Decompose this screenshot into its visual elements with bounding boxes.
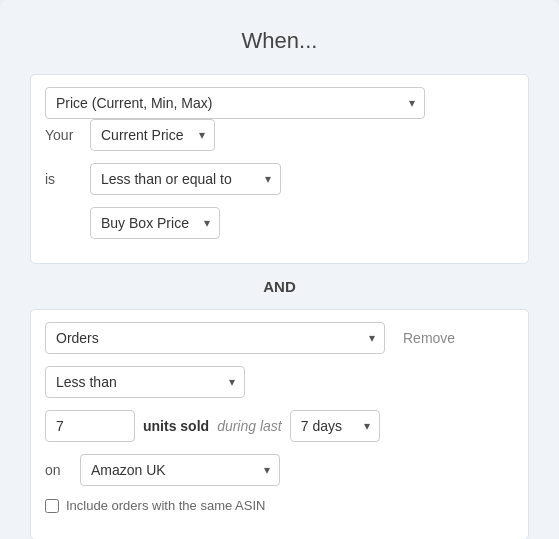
- is-row: is Less than or equal to Less than Great…: [45, 163, 514, 195]
- lessthan-dropdown[interactable]: Less than Greater than Equal to: [45, 366, 245, 398]
- your-row: Your Current Price Min Price Max Price: [45, 119, 514, 151]
- main-condition-block: Price (Current, Min, Max) Orders Sales R…: [30, 74, 529, 264]
- orders-block: Orders Sales Rank Price (Current, Min, M…: [30, 309, 529, 539]
- page-title: When...: [30, 28, 529, 54]
- days-wrapper[interactable]: 7 days 14 days 30 days 60 days 90 days: [290, 410, 380, 442]
- is-label: is: [45, 171, 90, 187]
- orders-row: Orders Sales Rank Price (Current, Min, M…: [45, 322, 514, 354]
- same-asin-checkbox[interactable]: [45, 499, 59, 513]
- on-label: on: [45, 462, 80, 478]
- lessthan-row: Less than Greater than Equal to: [45, 366, 514, 398]
- main-dropdown-wrapper[interactable]: Price (Current, Min, Max) Orders Sales R…: [45, 87, 425, 119]
- units-input[interactable]: [45, 410, 135, 442]
- on-row: on Amazon UK Amazon US Amazon DE Amazon …: [45, 454, 514, 486]
- units-label: units sold: [143, 418, 209, 434]
- condition-wrapper[interactable]: Less than or equal to Less than Greater …: [90, 163, 281, 195]
- units-row: units sold during last 7 days 14 days 30…: [45, 410, 514, 442]
- compare-dropdown[interactable]: Buy Box Price Min Price Max Price Curren…: [90, 207, 220, 239]
- days-dropdown[interactable]: 7 days 14 days 30 days 60 days 90 days: [290, 410, 380, 442]
- current-price-dropdown[interactable]: Current Price Min Price Max Price: [90, 119, 215, 151]
- orders-dropdown-wrapper[interactable]: Orders Sales Rank Price (Current, Min, M…: [45, 322, 385, 354]
- lessthan-wrapper[interactable]: Less than Greater than Equal to: [45, 366, 245, 398]
- compare-row: Buy Box Price Min Price Max Price Curren…: [45, 207, 514, 239]
- condition-dropdown[interactable]: Less than or equal to Less than Greater …: [90, 163, 281, 195]
- amazon-wrapper[interactable]: Amazon UK Amazon US Amazon DE Amazon FR …: [80, 454, 280, 486]
- your-label: Your: [45, 127, 90, 143]
- during-label: during last: [217, 418, 282, 434]
- compare-wrapper[interactable]: Buy Box Price Min Price Max Price Curren…: [90, 207, 220, 239]
- checkbox-row: Include orders with the same ASIN: [45, 498, 514, 513]
- and-divider: AND: [30, 278, 529, 295]
- main-dropdown[interactable]: Price (Current, Min, Max) Orders Sales R…: [45, 87, 425, 119]
- remove-button[interactable]: Remove: [397, 326, 461, 350]
- when-card: When... Price (Current, Min, Max) Orders…: [0, 0, 559, 539]
- amazon-dropdown[interactable]: Amazon UK Amazon US Amazon DE Amazon FR …: [80, 454, 280, 486]
- checkbox-label: Include orders with the same ASIN: [66, 498, 265, 513]
- orders-dropdown[interactable]: Orders Sales Rank Price (Current, Min, M…: [45, 322, 385, 354]
- current-price-wrapper[interactable]: Current Price Min Price Max Price: [90, 119, 215, 151]
